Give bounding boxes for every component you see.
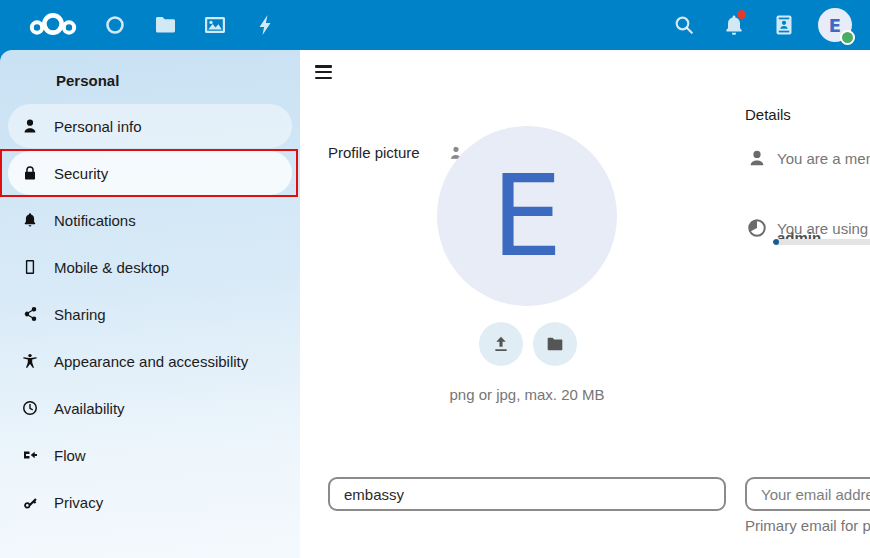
- personal-info-content: Profile picture E png or jpg, max. 20 MB…: [300, 50, 870, 558]
- phone-icon: [22, 259, 38, 275]
- sidebar-item-availability[interactable]: Availability: [8, 386, 292, 430]
- notifications-bell-icon[interactable]: [722, 13, 746, 37]
- group-member-icon: [747, 148, 767, 168]
- quota-progress-fill: [773, 239, 779, 245]
- email-input[interactable]: [745, 477, 870, 511]
- sidebar-item-flow[interactable]: Flow: [8, 433, 292, 477]
- photos-icon[interactable]: [203, 13, 227, 37]
- profile-avatar: E: [437, 126, 617, 306]
- profile-picture-label: Profile picture: [328, 144, 420, 161]
- flow-arrow-icon: [22, 447, 38, 463]
- sidebar-item-label: Mobile & desktop: [54, 259, 169, 276]
- sidebar-item-label: Privacy: [54, 494, 103, 511]
- sidebar-item-label: Availability: [54, 400, 125, 417]
- notification-badge: [737, 10, 746, 19]
- lock-icon: [22, 165, 38, 181]
- quota-pie-icon: [747, 218, 767, 238]
- group-membership-text: You are a member of the following groups…: [777, 150, 870, 167]
- quota-progress-bar: [773, 239, 870, 245]
- details-heading: Details: [745, 106, 791, 123]
- sidebar-item-label: Security: [54, 165, 108, 182]
- settings-sidebar: Personal Personal info Security Notifica…: [0, 50, 300, 558]
- user-icon: [22, 118, 38, 134]
- sidebar-item-mobile-desktop[interactable]: Mobile & desktop: [8, 245, 292, 289]
- online-status-dot: [840, 30, 855, 45]
- share-icon: [22, 306, 38, 322]
- activity-lightning-icon[interactable]: [253, 13, 277, 37]
- sidebar-item-security[interactable]: Security: [8, 151, 292, 195]
- sidebar-item-label: Notifications: [54, 212, 136, 229]
- full-name-input[interactable]: [328, 477, 726, 511]
- clock-icon: [22, 400, 38, 416]
- user-avatar[interactable]: E: [818, 8, 852, 42]
- quota-usage-text: You are using 1: [777, 220, 870, 237]
- sidebar-item-label: Personal info: [54, 118, 142, 135]
- sidebar-item-appearance-accessibility[interactable]: Appearance and accessibility: [8, 339, 292, 383]
- search-icon[interactable]: [672, 13, 696, 37]
- sidebar-item-personal-info[interactable]: Personal info: [8, 104, 292, 148]
- email-hint: Primary email for password reset and not…: [745, 517, 870, 534]
- avatar-initial: E: [829, 15, 841, 36]
- sidebar-heading: Personal: [56, 72, 119, 89]
- sidebar-item-label: Flow: [54, 447, 86, 464]
- top-header-bar: E: [0, 0, 870, 50]
- nextcloud-app: E Personal Personal info Security: [0, 0, 870, 558]
- accessibility-icon: [22, 353, 38, 369]
- sidebar-item-privacy[interactable]: Privacy: [8, 480, 292, 524]
- nextcloud-logo-icon[interactable]: [28, 10, 78, 40]
- key-icon: [22, 494, 38, 510]
- settings-nav: Personal info Security Notifications Mob…: [8, 104, 292, 524]
- profile-avatar-initial: E: [492, 160, 563, 272]
- choose-from-files-button[interactable]: [533, 322, 577, 366]
- sidebar-item-label: Appearance and accessibility: [54, 353, 248, 370]
- avatar-upload-hint: png or jpg, max. 20 MB: [328, 386, 726, 403]
- contacts-icon[interactable]: [772, 13, 796, 37]
- sidebar-item-sharing[interactable]: Sharing: [8, 292, 292, 336]
- hamburger-menu-icon[interactable]: [315, 65, 332, 79]
- sidebar-item-label: Sharing: [54, 306, 106, 323]
- dashboard-icon[interactable]: [103, 13, 127, 37]
- bell-icon: [22, 212, 38, 228]
- sidebar-item-notifications[interactable]: Notifications: [8, 198, 292, 242]
- upload-avatar-button[interactable]: [479, 322, 523, 366]
- files-folder-icon[interactable]: [153, 13, 177, 37]
